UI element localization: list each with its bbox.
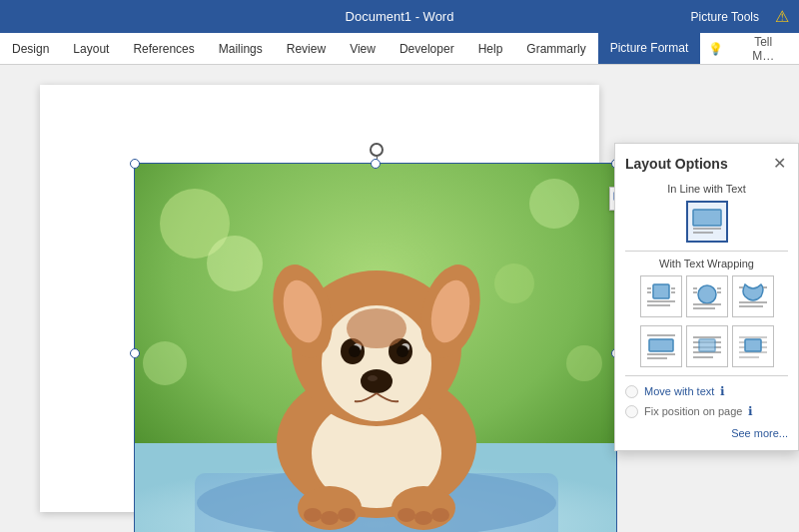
dog-image xyxy=(135,164,616,532)
svg-point-32 xyxy=(414,511,432,525)
square-wrap-icon xyxy=(645,282,677,310)
tab-developer[interactable]: Developer xyxy=(388,33,466,64)
warning-icon: ⚠ xyxy=(775,7,789,26)
top-bottom-wrap-button[interactable] xyxy=(640,325,682,367)
top-bottom-wrap-icon xyxy=(645,332,677,360)
panel-close-button[interactable]: ✕ xyxy=(771,154,788,173)
move-with-text-link[interactable]: Move with text xyxy=(644,385,714,397)
radio-group: Move with text ℹ Fix position on page ℹ xyxy=(625,384,788,418)
selected-image-container[interactable] xyxy=(134,163,617,532)
inline-section-label: In Line with Text xyxy=(625,183,788,195)
svg-point-33 xyxy=(431,508,449,522)
title-bar: Document1 - Word Picture Tools ⚠ xyxy=(0,0,799,33)
tight-wrap-icon xyxy=(691,282,723,310)
svg-point-29 xyxy=(321,511,339,525)
svg-point-6 xyxy=(143,341,187,385)
through-wrap-icon xyxy=(737,282,769,310)
svg-point-5 xyxy=(566,345,602,381)
tab-mailings[interactable]: Mailings xyxy=(207,33,275,64)
fix-position-text: Fix position on page xyxy=(644,405,742,417)
tab-design[interactable]: Design xyxy=(0,33,61,64)
tab-grammarly[interactable]: Grammarly xyxy=(514,33,597,64)
panel-title: Layout Options xyxy=(625,156,728,172)
move-with-text-label: Move with text xyxy=(644,385,714,397)
svg-point-28 xyxy=(304,508,322,522)
options-divider xyxy=(625,375,788,376)
lightbulb-button[interactable]: 💡 xyxy=(700,38,731,60)
document-area: Layout Options ✕ In Line with Text With … xyxy=(0,65,799,532)
fix-position-label: Fix position on page xyxy=(644,405,742,417)
square-wrap-button[interactable] xyxy=(640,275,682,317)
svg-rect-41 xyxy=(653,284,669,298)
svg-point-24 xyxy=(361,369,393,393)
through-wrap-button[interactable] xyxy=(732,275,774,317)
fix-info-icon[interactable]: ℹ xyxy=(748,404,753,418)
fix-position-item: Fix position on page ℹ xyxy=(625,404,788,418)
tab-layout[interactable]: Layout xyxy=(61,33,121,64)
title-bar-right: Picture Tools ⚠ xyxy=(681,7,789,26)
tab-review[interactable]: Review xyxy=(275,33,338,64)
behind-text-button[interactable] xyxy=(686,325,728,367)
rotate-circle[interactable] xyxy=(370,143,384,157)
tab-view[interactable]: View xyxy=(338,33,388,64)
layout-options-panel: Layout Options ✕ In Line with Text With … xyxy=(614,143,799,451)
tell-me-button[interactable]: Tell M… xyxy=(735,31,791,67)
inline-options-grid xyxy=(625,201,788,243)
svg-rect-59 xyxy=(649,339,673,351)
move-with-text-radio[interactable] xyxy=(625,385,638,398)
ribbon: Design Layout References Mailings Review… xyxy=(0,33,799,65)
inline-icon xyxy=(691,208,723,236)
svg-rect-68 xyxy=(699,339,715,351)
svg-point-31 xyxy=(398,508,415,522)
svg-point-22 xyxy=(349,345,361,357)
tab-references[interactable]: References xyxy=(121,33,206,64)
wrapping-section-label: With Text Wrapping xyxy=(625,258,788,269)
svg-point-3 xyxy=(494,264,534,303)
svg-point-34 xyxy=(347,308,406,348)
wrapping-options-row1 xyxy=(625,275,788,317)
infront-text-button[interactable] xyxy=(732,325,774,367)
tab-help[interactable]: Help xyxy=(466,33,515,64)
svg-point-48 xyxy=(698,285,716,303)
handle-top-left[interactable] xyxy=(130,159,140,169)
ribbon-right: 💡 Tell M… xyxy=(700,33,799,64)
svg-rect-38 xyxy=(693,210,721,226)
move-with-text-item: Move with text ℹ xyxy=(625,384,788,398)
behind-text-icon xyxy=(691,332,723,360)
move-info-icon[interactable]: ℹ xyxy=(720,384,725,398)
inline-text-button[interactable] xyxy=(686,201,728,243)
wrapping-options-row2 xyxy=(625,325,788,367)
tab-picture-format[interactable]: Picture Format xyxy=(598,33,701,64)
svg-rect-74 xyxy=(745,339,761,351)
fix-position-radio[interactable] xyxy=(625,405,638,418)
section-divider xyxy=(625,251,788,252)
panel-header: Layout Options ✕ xyxy=(625,154,788,173)
document-title: Document1 - Word xyxy=(346,9,454,24)
svg-point-23 xyxy=(397,345,408,357)
svg-point-2 xyxy=(529,179,579,229)
tight-wrap-button[interactable] xyxy=(686,275,728,317)
picture-tools-label: Picture Tools xyxy=(681,8,769,26)
document-page xyxy=(40,85,599,512)
handle-mid-left[interactable] xyxy=(130,348,140,358)
infront-text-icon xyxy=(737,332,769,360)
see-more-link[interactable]: See more... xyxy=(731,427,788,439)
handle-top-mid[interactable] xyxy=(371,159,381,169)
svg-point-4 xyxy=(207,236,263,291)
see-more-container: See more... xyxy=(625,426,788,440)
svg-point-25 xyxy=(368,375,378,381)
svg-point-30 xyxy=(338,508,356,522)
